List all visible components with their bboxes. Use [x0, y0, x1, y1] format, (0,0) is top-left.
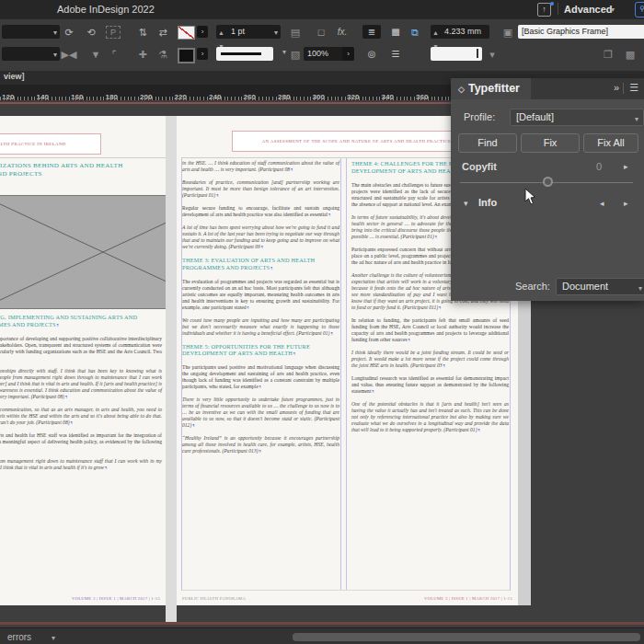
- text-wrap-none-button[interactable]: ≣: [362, 25, 381, 39]
- paragraph: Longitudinal research was identified as …: [351, 375, 509, 395]
- paragraph: There are key personnel from management …: [0, 458, 162, 471]
- stroke-none-swatch[interactable]: [178, 26, 195, 40]
- copyfit-slider-handle[interactable]: [543, 177, 553, 187]
- paragraph: The evaluation of programmes and project…: [182, 279, 339, 311]
- journal-footer: PUBLIC HEALTH PANORAMA: [182, 596, 246, 601]
- share-notification-dot: [550, 2, 554, 6]
- left-page-column: THEME 1: INITIATING, IMPLEMENTING AND SU…: [0, 314, 162, 477]
- paragraph: “Healthy Ireland” is an opportunity beca…: [182, 435, 339, 454]
- app-title: Adobe InDesign 2022: [57, 4, 155, 15]
- chevron-down-icon: ▾: [282, 48, 286, 56]
- bleed-guide-bottom: [0, 622, 644, 625]
- copyfit-next-icon[interactable]: ▸: [624, 162, 628, 171]
- corner-radius-value: 4.233 mm: [444, 27, 481, 36]
- footer-rule: [182, 590, 510, 591]
- paragraph: One of the potential obstacles is that i…: [351, 401, 509, 433]
- stroke-style-preview: [221, 52, 261, 55]
- empty-graphics-frame[interactable]: [0, 195, 166, 309]
- corner-style-preview: [477, 49, 478, 58]
- find-button[interactable]: Find: [458, 133, 517, 153]
- column-guide: [346, 158, 347, 591]
- paragraph: Regular secure funding to encourage, fac…: [182, 205, 339, 218]
- distribute-vertical-icon[interactable]: ⇅: [134, 26, 151, 39]
- effects-icon[interactable]: fx.: [334, 26, 351, 39]
- stroke-flyout-button[interactable]: ›: [197, 26, 208, 38]
- fix-all-button[interactable]: Fix All: [583, 133, 638, 153]
- panel-cycle-icon: ◇: [458, 85, 465, 94]
- container-icon[interactable]: □: [313, 26, 329, 39]
- panel-header: ◇Typefitter » ☰: [451, 78, 644, 99]
- chevron-down-icon: ▾: [53, 48, 57, 62]
- corner-style-dropdown[interactable]: [431, 47, 482, 61]
- tab-typefitter[interactable]: ◇Typefitter: [451, 78, 531, 99]
- info-prev-icon[interactable]: ◂: [600, 199, 604, 208]
- chevron-down-icon: ▾: [638, 282, 642, 296]
- control-bar: ▾ ▾ ⟳ ⟲ ▶◀ ▼ P ⌜ ⇅ ⇄ ✚ ⚗ › › ▲▼ 1 pt ▾ ▾…: [0, 18, 644, 72]
- anchor-object-icon[interactable]: ⚗: [155, 48, 171, 61]
- info-next-icon[interactable]: ▸: [624, 199, 628, 208]
- rotate-cw-icon[interactable]: ⟳: [61, 26, 77, 39]
- reference-x-field[interactable]: ▾: [2, 25, 60, 39]
- fix-button[interactable]: Fix: [521, 133, 580, 153]
- rotate-ccw-icon[interactable]: ⟲: [83, 26, 99, 39]
- object-style-field[interactable]: [Basic Graphics Frame]: [518, 25, 644, 39]
- paragraph: THEME 3: EVALUATION OF ARTS AND HEALTH P…: [182, 257, 339, 272]
- paragraph-frame-icon[interactable]: P: [106, 26, 121, 39]
- stroke-style-dropdown[interactable]: ▾: [216, 47, 273, 61]
- zoom-level-field[interactable]: 100%: [304, 47, 346, 61]
- frame-fitting-icon[interactable]: ▣: [500, 26, 516, 39]
- panel-tab-label: Typefitter: [468, 82, 520, 95]
- panel-header-divider: [623, 83, 624, 94]
- text-wrap-around-button[interactable]: ▩: [386, 25, 405, 39]
- zoom-flyout-button[interactable]: ›: [342, 47, 354, 61]
- profile-select[interactable]: [Default] ▾: [510, 109, 644, 126]
- layers-mini-icon[interactable]: ❐: [600, 48, 616, 61]
- horizontal-scrollbar[interactable]: [293, 633, 640, 641]
- chevron-down-icon[interactable]: ▾: [484, 48, 500, 61]
- paragraph: … to the right channel of communication,…: [0, 407, 162, 426]
- frame-corner-icon[interactable]: ⌜: [106, 48, 122, 61]
- distribute-horizontal-icon[interactable]: ⇄: [155, 26, 171, 39]
- search-scope-select[interactable]: Document ▾: [556, 278, 644, 295]
- preflight-status[interactable]: errors: [7, 632, 31, 642]
- paragraph: THEME 1: INITIATING, IMPLEMENTING AND SU…: [0, 314, 162, 329]
- profile-label: Profile:: [464, 111, 495, 122]
- profile-value: [Default]: [516, 111, 554, 122]
- free-transform-icon[interactable]: ⧉: [407, 26, 423, 39]
- reference-y-field[interactable]: ▾: [2, 47, 60, 61]
- dotted-frame-icon[interactable]: ▤: [287, 26, 304, 39]
- chevron-down-icon: ▾: [52, 634, 55, 642]
- document-tab[interactable]: view]: [4, 72, 25, 81]
- search-icon[interactable]: ⚲: [635, 2, 644, 17]
- right-page-footer: VOLUME 3 | ISSUE 1 | MARCH 2017 | 1-15: [424, 596, 512, 601]
- fill-flyout-button[interactable]: ›: [197, 48, 208, 60]
- search-scope-value: Document: [562, 281, 608, 292]
- wrap-object-button[interactable]: ◎: [362, 47, 381, 61]
- links-mini-icon[interactable]: ▩: [622, 48, 638, 61]
- fill-swatch[interactable]: [178, 48, 195, 63]
- column-guide: [340, 158, 341, 591]
- running-header-left: AND HEALTH PRACTICE IN IRELAND: [0, 133, 101, 155]
- paragraph: THEME 5: OPPORTUNITIES FOR THE FUTURE DE…: [182, 343, 339, 359]
- paragraph: Boundaries of practice, communication [a…: [182, 179, 339, 199]
- pasteboard-gap: [166, 116, 177, 622]
- wrap-edge-button[interactable]: ☰: [386, 47, 405, 61]
- stroke-weight-field[interactable]: ▲▼ 1 pt ▾: [216, 25, 281, 39]
- corner-radius-field[interactable]: ▲▼ 4.233 mm: [431, 25, 489, 39]
- panel-menu-icon[interactable]: ☰: [629, 82, 638, 94]
- share-icon[interactable]: ↑: [537, 3, 551, 17]
- chevron-down-icon: ▾: [635, 112, 638, 127]
- paragraph: Participants reported the importance of …: [0, 336, 162, 362]
- collapse-panel-icon[interactable]: »: [614, 82, 618, 93]
- flip-vertical-icon[interactable]: ▼: [87, 48, 104, 61]
- pattern-frame-icon[interactable]: ▧: [287, 48, 304, 61]
- align-center-icon[interactable]: ✚: [134, 48, 151, 61]
- paragraph: in the HSE. … I think education of staff…: [182, 160, 339, 173]
- page-left[interactable]: AND HEALTH PRACTICE IN IRELAND FUNDING O…: [0, 116, 166, 605]
- flip-horizontal-icon[interactable]: ▶◀: [61, 48, 77, 61]
- mouse-cursor: [523, 188, 536, 206]
- workspace-switcher[interactable]: Advanced: [564, 4, 613, 15]
- figure-heading: FUNDING ORGANIZATIONS BEHIND ARTS AND HE…: [0, 162, 162, 178]
- paragraph: We count how many people are inputting a…: [182, 317, 339, 337]
- info-expand-icon[interactable]: ▾: [464, 199, 468, 208]
